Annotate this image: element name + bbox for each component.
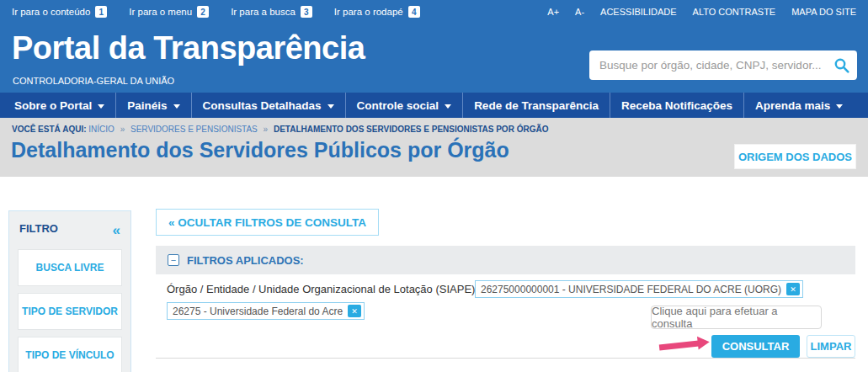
site-title[interactable]: Portal da Transparência [12, 30, 365, 66]
skip-link-key: 1 [95, 6, 107, 18]
skip-link-key: 2 [197, 6, 209, 18]
sidebar-item-busca-livre[interactable]: BUSCA LIVRE [18, 249, 122, 286]
accessibility-topbar: Ir para o conteúdo 1 Ir para o menu 2 Ir… [0, 0, 868, 24]
font-increase-link[interactable]: A+ [547, 7, 559, 17]
breadcrumb-link-servidores[interactable]: SERVIDORES E PENSIONISTAS [130, 125, 258, 134]
nav-item-controle-social[interactable]: Controle social [346, 93, 464, 118]
chevron-down-icon [98, 104, 104, 109]
chevron-down-icon [173, 104, 180, 109]
nav-item-sobre-o-portal[interactable]: Sobre o Portal [3, 93, 116, 118]
nav-item-aprenda-mais[interactable]: Aprenda mais [744, 93, 854, 118]
breadcrumb-current: DETALHAMENTO DOS SERVIDORES E PENSIONIST… [274, 125, 549, 134]
high-contrast-link[interactable]: ALTO CONTRASTE [693, 7, 776, 17]
skip-link-label: Ir para o rodapé [334, 7, 403, 17]
filter-tag-label: 26275 - Universidade Federal do Acre [168, 306, 348, 317]
sitemap-link[interactable]: MAPA DO SITE [791, 7, 856, 17]
nav-item-label: Receba Notificações [621, 99, 732, 112]
sidebar-item-tipo-de-servidor[interactable]: TIPO DE SERVIDOR [18, 293, 122, 330]
nav-item-consultas-detalhadas[interactable]: Consultas Detalhadas [192, 93, 346, 118]
skip-link-footer[interactable]: Ir para o rodapé 4 [334, 6, 420, 18]
nav-item-rede-de-transparencia[interactable]: Rede de Transparência [463, 93, 610, 118]
chevron-down-icon [327, 104, 334, 109]
skip-link-key: 3 [301, 6, 312, 18]
font-decrease-link[interactable]: A- [575, 7, 584, 17]
nav-item-label: Rede de Transparência [474, 99, 599, 112]
skip-link-label: Ir para o conteúdo [12, 7, 90, 17]
chevron-down-icon [836, 104, 843, 109]
site-subtitle: CONTROLADORIA-GERAL DA UNIÃO [13, 76, 174, 86]
chevron-down-icon [445, 104, 451, 109]
orgao-field-label: Órgão / Entidade / Unidade Organizaciona… [167, 283, 478, 295]
topbar-actions: A+ A- ACESSIBILIDADE ALTO CONTRASTE MAPA… [547, 7, 856, 17]
search-input[interactable] [589, 59, 827, 72]
portal-transparencia-page: Ir para o conteúdo 1 Ir para o menu 2 Ir… [0, 0, 868, 372]
nav-item-label: Aprenda mais [755, 99, 830, 112]
close-icon[interactable]: ✕ [348, 305, 361, 317]
close-icon[interactable]: ✕ [786, 283, 800, 295]
sidebar-header: FILTRO « [9, 211, 130, 242]
breadcrumb-prefix: VOCÊ ESTÁ AQUI: [12, 125, 87, 134]
nav-item-paineis[interactable]: Painéis [116, 93, 191, 118]
skip-links: Ir para o conteúdo 1 Ir para o menu 2 Ir… [12, 6, 420, 18]
applied-filters-panel: − FILTROS APLICADOS: Órgão / Entidade / … [156, 246, 855, 359]
filter-tag-orgao: 26275 - Universidade Federal do Acre ✕ [167, 302, 365, 320]
breadcrumb-link-inicio[interactable]: INÍCIO [88, 125, 114, 134]
nav-item-label: Consultas Detalhadas [203, 99, 322, 112]
breadcrumb-separator: » [120, 125, 125, 134]
breadcrumb-separator: » [264, 125, 269, 134]
applied-filters-header: − FILTROS APLICADOS: [156, 246, 855, 274]
sidebar-item-tipo-de-vinculo[interactable]: TIPO DE VÍNCULO [18, 337, 122, 372]
skip-link-label: Ir para a busca [231, 7, 296, 17]
skip-link-content[interactable]: Ir para o conteúdo 1 [12, 6, 107, 18]
filter-tag-uorg: 26275000000001 - UNIVERSIDADE FEDERAL DO… [475, 280, 803, 298]
limpar-button[interactable]: LIMPAR [807, 335, 855, 358]
skip-link-key: 4 [408, 6, 420, 18]
hide-filters-button[interactable]: « OCULTAR FILTROS DE CONSULTA [156, 209, 379, 236]
nav-item-label: Sobre o Portal [14, 99, 92, 112]
breadcrumb: VOCÊ ESTÁ AQUI: INÍCIO » SERVIDORES E PE… [12, 125, 548, 134]
origem-dos-dados-button[interactable]: ORIGEM DOS DADOS [734, 144, 856, 169]
skip-link-menu[interactable]: Ir para o menu 2 [129, 6, 209, 18]
filter-sidebar: FILTRO « BUSCA LIVRE TIPO DE SERVIDOR TI… [8, 210, 131, 372]
accessibility-link[interactable]: ACESSIBILIDADE [600, 7, 676, 17]
nav-item-label: Painéis [127, 99, 167, 112]
page-title: Detalhamento dos Servidores Públicos por… [11, 138, 509, 162]
search-icon[interactable] [827, 50, 857, 80]
filter-tag-label: 26275000000001 - UNIVERSIDADE FEDERAL DO… [476, 284, 786, 295]
site-search [589, 50, 857, 80]
consulta-tooltip: Clique aqui para efetuar a consulta [651, 306, 822, 329]
collapse-sidebar-icon[interactable]: « [113, 223, 120, 237]
skip-link-search[interactable]: Ir para a busca 3 [231, 6, 312, 18]
main-nav: Sobre o Portal Painéis Consultas Detalha… [0, 93, 868, 118]
nav-item-label: Controle social [357, 99, 439, 112]
consultar-button[interactable]: CONSULTAR [711, 335, 800, 358]
skip-link-label: Ir para o menu [129, 7, 192, 17]
applied-filters-body: Órgão / Entidade / Unidade Organizaciona… [156, 274, 855, 359]
page-head-band: VOCÊ ESTÁ AQUI: INÍCIO » SERVIDORES E PE… [0, 118, 868, 177]
sidebar-title: FILTRO [19, 222, 58, 235]
nav-item-receba-notificacoes[interactable]: Receba Notificações [610, 93, 744, 118]
collapse-panel-icon[interactable]: − [168, 254, 179, 266]
site-header: Portal da Transparência CONTROLADORIA-GE… [0, 24, 868, 93]
applied-filters-title: FILTROS APLICADOS: [187, 254, 304, 267]
